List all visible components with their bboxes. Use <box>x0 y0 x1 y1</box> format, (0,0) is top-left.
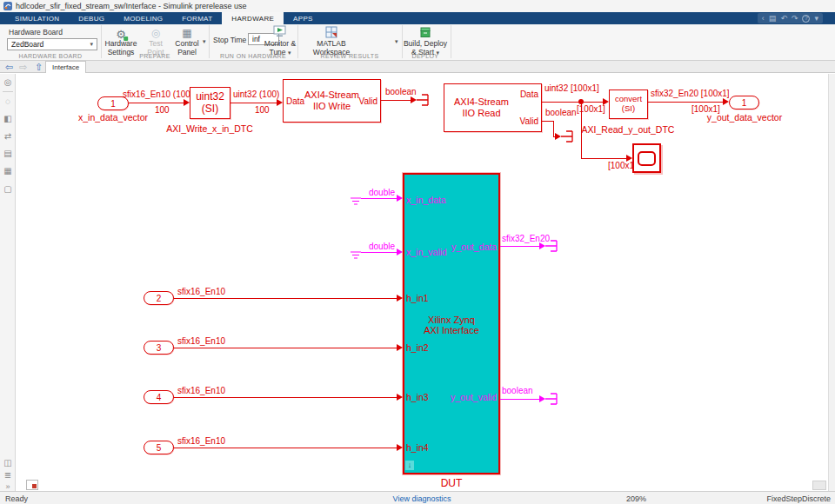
vertical-scrollbar[interactable] <box>828 74 835 491</box>
arrowhead-icon <box>397 195 403 202</box>
section-caption-run-on-hardware: RUN ON HARDWARE <box>220 53 286 59</box>
toolstrip: Hardware Board ZedBoard ▾ HARDWARE BOARD… <box>0 24 835 61</box>
hardware-board-select[interactable]: ZedBoard ▾ <box>7 38 97 50</box>
terminator-icon[interactable] <box>561 129 575 144</box>
port-label-valid: Valid <box>520 116 539 127</box>
viewmark-icon[interactable]: ◫ <box>0 458 16 468</box>
zoom-level: 209% <box>626 494 646 503</box>
scope-screen-icon <box>638 151 656 166</box>
inport-2[interactable]: 2 <box>144 291 174 305</box>
forward-icon[interactable]: ⇨ <box>19 61 27 73</box>
dut-title-line2: AXI Interface <box>424 325 479 335</box>
simulink-window: hdlcoder_sfir_fixed_stream_sw/Interface … <box>0 0 835 504</box>
block-text: IIO Write <box>313 101 351 112</box>
box-icon[interactable]: ▢ <box>0 184 16 194</box>
inport-5[interactable]: 5 <box>144 441 174 454</box>
look-inside-arrow-icon[interactable]: ↓ <box>405 461 414 470</box>
control-panel-button[interactable]: Control Panel <box>172 40 202 57</box>
tab-simulation[interactable]: SIMULATION <box>5 12 69 24</box>
tab-debug[interactable]: DEBUG <box>69 12 114 24</box>
section-caption-review-results: REVIEW RESULTS <box>321 53 379 59</box>
review-more-caret-icon[interactable]: ▾ <box>395 38 398 45</box>
prepare-more-caret-icon[interactable]: ▾ <box>203 38 206 45</box>
arrowhead-icon <box>397 394 403 401</box>
redo-icon[interactable]: ↷ <box>792 13 798 23</box>
control-panel-icon: ▦ <box>182 27 191 39</box>
signal-line <box>174 448 397 448</box>
palette-expander[interactable]: » <box>0 482 16 491</box>
help-icon[interactable]: ? <box>802 15 810 23</box>
block-name-label: AXI_Read_y_out_DTC <box>582 124 675 135</box>
tab-format[interactable]: FORMAT <box>172 12 222 24</box>
arrowhead-icon <box>397 344 403 351</box>
scrollbar-corner[interactable] <box>812 481 826 490</box>
dut-port-x-in-data: x_in_data <box>406 195 446 205</box>
terminator-icon[interactable] <box>545 391 559 407</box>
signal-label: double <box>369 188 395 197</box>
block-axi4-stream-iio-write[interactable]: AXI4-Stream IIO Write Data Valid <box>283 79 381 123</box>
block-text: AXI4-Stream <box>454 96 509 108</box>
annotation-icon[interactable]: ◌ <box>0 96 16 106</box>
arrowhead-icon <box>397 249 403 255</box>
signal-line <box>174 397 397 398</box>
signal-line <box>553 121 554 137</box>
inport-3[interactable]: 3 <box>144 341 174 355</box>
stop-time-label: Stop Time <box>213 36 246 44</box>
tab-hardware[interactable]: HARDWARE <box>222 12 284 24</box>
signal-line <box>381 100 411 101</box>
arrowhead-icon <box>539 395 545 402</box>
port-label-valid: Valid <box>359 96 378 107</box>
view-diagnostics-link[interactable]: View diagnostics <box>393 494 451 503</box>
dut-port-h-in2: h_in2 <box>406 342 429 353</box>
signal-label: sfix16_En10 <box>177 436 225 446</box>
note-icon[interactable]: ▤ <box>0 149 16 158</box>
signal-line <box>500 246 539 247</box>
save-icon[interactable]: ▤ <box>769 13 777 23</box>
image-icon[interactable]: ▦ <box>0 166 16 176</box>
window-title: hdlcoder_sfir_fixed_stream_sw/Interface … <box>16 2 247 10</box>
signal-line <box>174 348 397 348</box>
block-text: uint32 <box>196 91 224 103</box>
left-palette: ◎ ◌ ◧ ⇄ ▤ ▦ ▢ ◫ ≣ » <box>0 74 16 491</box>
hardware-settings-button[interactable]: Hardware Settings <box>102 40 140 57</box>
outport-1[interactable]: 1 <box>729 96 759 109</box>
test-point-icon: ◎ <box>151 27 160 39</box>
tab-apps[interactable]: APPS <box>284 12 323 24</box>
area-icon[interactable]: ◧ <box>0 114 16 123</box>
block-axi4-stream-iio-read[interactable]: AXI4-Stream IIO Read Data Valid <box>444 83 542 132</box>
arrowhead-icon <box>411 96 417 103</box>
port-label-data: Data <box>520 90 538 100</box>
signal-line <box>500 399 539 400</box>
chevron-left-icon[interactable]: ‹ <box>762 13 765 23</box>
status-bar: Ready View diagnostics 209% FixedStepDis… <box>0 491 835 504</box>
block-axi-write-dtc[interactable]: uint32 (SI) <box>190 87 230 119</box>
up-icon[interactable]: ⇧ <box>35 61 43 73</box>
signal-line <box>648 102 723 103</box>
dut-port-h-in1: h_in1 <box>406 293 429 303</box>
hardware-board-value: ZedBoard <box>11 40 43 49</box>
signal-line <box>361 252 397 253</box>
back-icon[interactable]: ⇦ <box>5 61 13 73</box>
arrowhead-icon <box>184 99 190 106</box>
tab-modeling[interactable]: MODELING <box>114 12 172 24</box>
legend-icon[interactable]: ≣ <box>0 470 16 480</box>
simulink-icon <box>3 2 12 10</box>
scope-block[interactable] <box>632 143 661 173</box>
signal-routing-icon[interactable]: ⇄ <box>0 131 16 141</box>
dut-port-y-out-data: y_out_data <box>451 242 497 252</box>
quick-caret-icon[interactable]: ▾ <box>814 13 818 23</box>
undo-icon[interactable]: ↶ <box>780 13 787 23</box>
tab-interface[interactable]: Interface <box>45 61 86 73</box>
block-axi-read-dtc[interactable]: convert (SI) <box>609 90 648 119</box>
dut-name-label: DUT <box>441 477 463 489</box>
zoom-indicator-icon[interactable]: ◎ <box>0 77 16 87</box>
signal-label: sfix32_En20 [100x1] <box>651 89 730 98</box>
terminator-icon[interactable] <box>417 92 431 108</box>
terminator-icon[interactable] <box>545 238 559 254</box>
outport-1-label: y_out_data_vector <box>707 112 782 123</box>
dut-port-y-out-valid: y_out_valid <box>451 392 497 402</box>
inport-4[interactable]: 4 <box>144 390 174 404</box>
signal-line <box>174 298 397 299</box>
signal-label: sfix16_En10 (100) <box>123 90 193 99</box>
diagnostics-corner-button[interactable] <box>26 480 38 490</box>
